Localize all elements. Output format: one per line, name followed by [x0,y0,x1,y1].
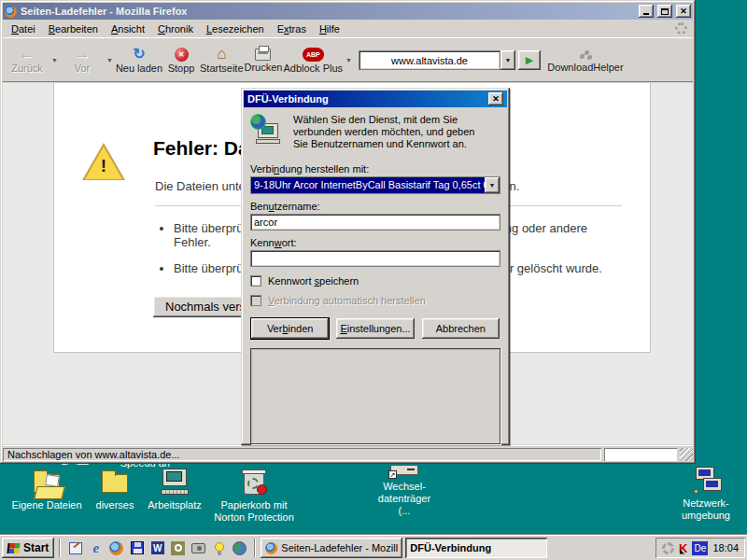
save-password-checkbox[interactable] [250,275,261,287]
dialog-titlebar[interactable]: DFÜ-Verbindung ✕ [244,91,507,107]
stop-button[interactable]: ✕ Stopp [163,41,199,80]
url-bar: ▼ ▶ [359,50,541,70]
username-field[interactable] [250,214,500,231]
desktop-icon-arbeitsplatz[interactable]: Arbeitsplatz [142,469,207,511]
phone-icon[interactable] [170,540,186,556]
desktop-icon-diverses[interactable]: diverses [88,469,142,511]
globe-icon[interactable] [232,540,247,556]
firefox-icon[interactable] [108,540,124,556]
close-button[interactable]: ✕ [676,5,691,18]
reload-icon: ↻ [133,47,145,62]
floppy-disk-icon[interactable] [129,540,145,556]
save-password-label: Kennwort speichern [268,275,359,287]
dialup-network-icon [250,114,284,147]
password-label: Kennwort: [250,237,500,248]
desktop-icon-netzwerkumgebung[interactable]: Netzwerk-umgebung [669,467,743,522]
window-title: Seiten-Ladefehler - Mozilla Firefox [21,6,635,17]
menu-bearbeiten[interactable]: Bearbeiten [42,21,105,37]
menu-extras[interactable]: Extras [271,21,313,37]
print-button[interactable]: Drucken [245,41,283,80]
menu-lesezeichen[interactable]: Lesezeichen [200,21,271,37]
downloadhelper-icon [578,48,593,61]
task-firefox[interactable]: Seiten-Ladefehler - Mozilla ... [261,538,402,558]
desktop-icon-eigene-dateien[interactable]: Eigene Dateien [7,469,86,511]
adblock-dropdown[interactable]: ▼ [344,57,354,63]
quick-launch-bar: e W [65,540,249,556]
progress-box [604,448,677,461]
forward-dropdown[interactable]: ▼ [105,57,115,63]
downloadhelper-button[interactable]: DownloadHelper [545,41,626,80]
navigation-toolbar: ← Zurück ▼ → Vor ▼ ↻ Neu laden ✕ Stopp ⌂… [3,39,693,82]
tray-clock-icon[interactable] [662,542,674,554]
icon-label: diverses [96,499,134,511]
password-field[interactable] [250,250,500,267]
chevron-down-icon[interactable]: ▼ [485,177,500,193]
connection-combobox[interactable]: 9-18Uhr Arcor InternetByCall Basistarif … [250,176,500,194]
back-dropdown[interactable]: ▼ [49,57,60,63]
clock[interactable]: 18:04 [712,542,739,553]
windows-logo-icon [7,543,20,553]
go-icon: ▶ [526,54,533,66]
settings-button[interactable]: Einstellungen... [336,318,414,339]
dialup-dialog: DFÜ-Verbindung ✕ Wählen Sie den Dienst, … [241,88,510,445]
dialog-close-button[interactable]: ✕ [488,92,503,105]
connect-button[interactable]: Verbinden [251,318,329,339]
desktop-icon-wechseldatentraeger[interactable]: ↗ Wechsel-datenträger (... [364,463,444,517]
kaspersky-icon[interactable]: K [679,541,687,555]
close-icon: ✕ [492,94,500,104]
go-button[interactable]: ▶ [518,50,541,70]
lightbulb-icon[interactable] [211,540,227,556]
url-dropdown[interactable]: ▼ [500,50,515,70]
recycle-bin-icon [238,469,270,497]
forward-icon: → [74,47,90,62]
task-dfue-verbindung[interactable]: DFÜ-Verbindung [405,538,547,558]
folder-open-icon [31,469,63,497]
network-icon [690,467,722,495]
system-tray: K De 18:04 [655,538,745,558]
username-label: Benutzername: [250,201,500,212]
divider [59,539,61,557]
desktop-icon-papierkorb[interactable]: Papierkorb mit Norton Protection [207,469,301,524]
status-area [250,348,500,444]
show-desktop-icon[interactable] [67,540,83,556]
url-input[interactable] [359,50,500,70]
internet-explorer-icon[interactable]: e [88,540,104,556]
statusbar: Nachschlagen von www.altavista.de... [3,445,693,461]
resize-grip-icon[interactable] [680,448,693,461]
home-button[interactable]: ⌂ Startseite [200,41,243,80]
word-icon[interactable]: W [149,540,165,556]
home-icon: ⌂ [217,47,226,62]
auto-connect-checkbox [250,295,261,306]
forward-button[interactable]: → Vor [61,41,104,80]
save-password-row: Kennwort speichern [250,275,500,287]
warning-icon: ! [82,143,125,182]
removable-drive-icon: ↗ [388,463,420,478]
adblock-icon: ABP [303,48,324,62]
maximize-button[interactable] [657,5,672,18]
auto-connect-label: Verbindung automatisch herstellen [268,295,426,306]
back-button[interactable]: ← Zurück [6,41,49,80]
browser-titlebar[interactable]: Seiten-Ladefehler - Mozilla Firefox ✕ [3,3,693,20]
dialog-instruction: Wählen Sie den Dienst, mit dem Sie verbu… [293,114,486,157]
print-icon [255,49,271,61]
cancel-button[interactable]: Abbrechen [422,318,500,339]
computer-icon [159,469,190,497]
language-indicator[interactable]: De [692,541,708,555]
menu-datei[interactable]: Datei [5,21,42,37]
dialog-title: DFÜ-Verbindung [247,93,488,105]
reload-button[interactable]: ↻ Neu laden [116,41,162,80]
divider [254,539,256,557]
adblock-button[interactable]: ABP Adblock Plus [283,41,343,80]
firefox-icon [265,542,277,554]
minimize-icon [643,13,649,15]
start-button[interactable]: Start [2,538,54,558]
icon-label: Arbeitsplatz [148,499,201,511]
icon-label: Netzwerk-umgebung [677,497,735,522]
camera-icon[interactable] [190,540,206,556]
firefox-icon [5,6,17,18]
menu-hilfe[interactable]: Hilfe [313,21,346,37]
menu-chronik[interactable]: Chronik [151,21,200,37]
maximize-icon [661,8,669,15]
menu-ansicht[interactable]: Ansicht [105,21,151,37]
minimize-button[interactable] [639,5,654,18]
